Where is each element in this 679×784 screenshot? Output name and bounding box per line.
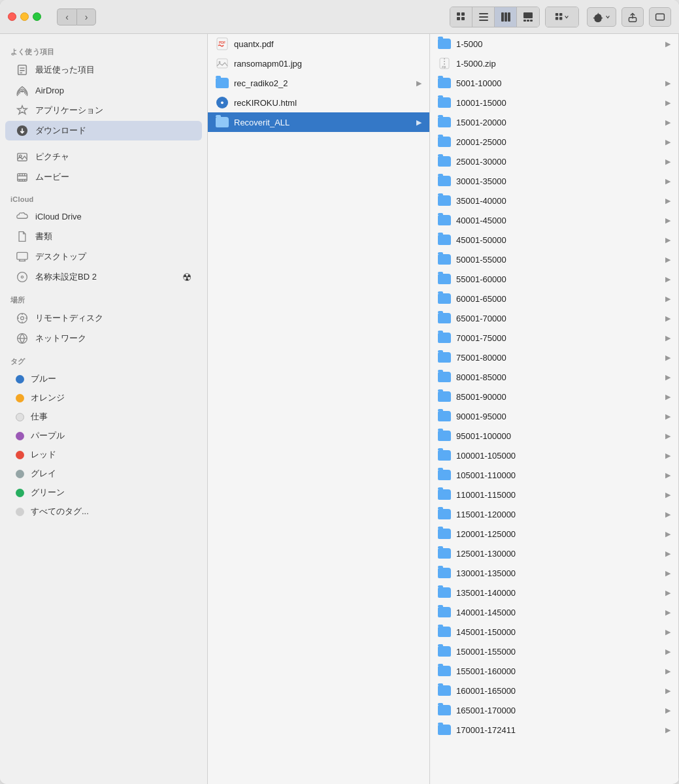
svg-text:zip: zip xyxy=(442,65,446,69)
chevron-right-icon: ▶ xyxy=(665,157,671,166)
list-item[interactable]: 125001-130000▶ xyxy=(430,544,678,563)
list-item[interactable]: 50001-55000▶ xyxy=(430,250,678,269)
list-item[interactable]: 45001-50000▶ xyxy=(430,230,678,250)
list-item[interactable]: 105001-110000▶ xyxy=(430,465,678,485)
group-button[interactable] xyxy=(546,7,578,27)
svg-rect-7 xyxy=(501,12,504,22)
folder-name: 155001-160000 xyxy=(456,666,660,676)
list-item[interactable]: Recoverit_ALL▶ xyxy=(208,112,429,132)
list-item[interactable]: 15001-20000▶ xyxy=(430,112,678,132)
sidebar-item-applications[interactable]: アプリケーション xyxy=(5,101,202,120)
sidebar-item-airdrop[interactable]: AirDrop xyxy=(5,80,202,100)
list-item[interactable]: 55001-60000▶ xyxy=(430,269,678,289)
list-item[interactable]: 1-5000▶ xyxy=(430,34,678,54)
sidebar-item-tag-blue[interactable]: ブルー xyxy=(5,370,202,388)
list-item[interactable]: 80001-85000▶ xyxy=(430,367,678,387)
view-column-button[interactable] xyxy=(495,7,517,27)
sidebar-item-tag-orange[interactable]: オレンジ xyxy=(5,389,202,407)
folder-icon xyxy=(438,704,451,717)
close-button[interactable] xyxy=(8,12,16,21)
folder-icon xyxy=(438,468,451,482)
folder-icon xyxy=(438,194,451,207)
sidebar-item-tag-green[interactable]: グリーン xyxy=(5,483,202,502)
list-item[interactable]: 10001-15000▶ xyxy=(430,93,678,112)
list-item[interactable]: 60001-65000▶ xyxy=(430,289,678,308)
tag-label-red: レッド xyxy=(31,449,56,461)
folder-name: 65001-70000 xyxy=(456,314,660,323)
list-item[interactable]: 120001-125000▶ xyxy=(430,524,678,544)
list-item[interactable]: ●recKIROKU.html xyxy=(208,93,429,112)
sidebar-item-tag-all[interactable]: すべてのタグ... xyxy=(5,502,202,521)
finder-window: ‹ › xyxy=(0,0,679,784)
svg-rect-37 xyxy=(17,252,27,259)
list-item[interactable]: 30001-35000▶ xyxy=(430,171,678,191)
list-item[interactable]: 40001-45000▶ xyxy=(430,210,678,230)
sidebar-item-tag-gray[interactable]: グレイ xyxy=(5,465,202,483)
list-item[interactable]: 155001-160000▶ xyxy=(430,661,678,681)
sidebar-item-bd[interactable]: 名称未設定BD 2 ☢ xyxy=(5,267,202,287)
list-item[interactable]: 135001-140000▶ xyxy=(430,583,678,602)
list-item[interactable]: zip 1-5000.zip xyxy=(430,54,678,73)
sidebar: よく使う項目 最近使った項目 xyxy=(0,34,208,784)
list-item[interactable]: 70001-75000▶ xyxy=(430,328,678,348)
sidebar-item-remote[interactable]: リモートディスク xyxy=(5,308,202,328)
list-item[interactable]: 140001-145000▶ xyxy=(430,602,678,622)
list-item[interactable]: 160001-165000▶ xyxy=(430,681,678,700)
sidebar-item-movies[interactable]: ムービー xyxy=(5,167,202,187)
list-item[interactable]: 95001-100000▶ xyxy=(430,426,678,446)
chevron-right-icon: ▶ xyxy=(665,687,671,695)
sidebar-item-network[interactable]: ネットワーク xyxy=(5,329,202,348)
forward-button[interactable]: › xyxy=(76,8,96,25)
list-item[interactable]: ransomapm01.jpg xyxy=(208,54,429,73)
sidebar-item-tag-red[interactable]: レッド xyxy=(5,446,202,464)
remote-label: リモートディスク xyxy=(35,312,103,324)
list-item[interactable]: 35001-40000▶ xyxy=(430,191,678,210)
view-icon-button[interactable] xyxy=(450,7,472,27)
folder-name: 80001-85000 xyxy=(456,372,660,382)
list-item[interactable]: 5001-10000▶ xyxy=(430,73,678,93)
list-item[interactable]: 145001-150000▶ xyxy=(430,622,678,642)
list-item[interactable]: 75001-80000▶ xyxy=(430,348,678,367)
list-item[interactable]: 150001-155000▶ xyxy=(430,642,678,661)
svg-rect-12 xyxy=(527,20,529,22)
list-item[interactable]: 115001-120000▶ xyxy=(430,504,678,524)
chevron-right-icon: ▶ xyxy=(665,706,671,715)
share-button[interactable] xyxy=(621,7,644,27)
sidebar-item-downloads[interactable]: ダウンロード xyxy=(5,121,202,140)
tag-label-blue: ブルー xyxy=(31,373,56,385)
list-item[interactable]: 100001-105000▶ xyxy=(430,446,678,465)
view-list-button[interactable] xyxy=(472,7,495,27)
back-button[interactable]: ‹ xyxy=(57,8,76,25)
settings-button[interactable] xyxy=(587,7,616,27)
list-item[interactable]: 130001-135000▶ xyxy=(430,563,678,583)
desktop-icon xyxy=(16,250,29,263)
list-item[interactable]: 65001-70000▶ xyxy=(430,308,678,328)
minimize-button[interactable] xyxy=(20,12,29,21)
sidebar-item-pictures[interactable]: ピクチャ xyxy=(5,147,202,167)
list-item[interactable]: 25001-30000▶ xyxy=(430,152,678,171)
chevron-right-icon: ▶ xyxy=(665,491,671,499)
network-label: ネットワーク xyxy=(35,333,86,344)
sidebar-item-desktop[interactable]: デスクトップ xyxy=(5,247,202,267)
sidebar-item-icloud-drive[interactable]: iCloud Drive xyxy=(5,206,202,226)
sidebar-item-tag-purple[interactable]: パープル xyxy=(5,427,202,445)
folder-icon xyxy=(438,488,451,501)
list-item[interactable]: 110001-115000▶ xyxy=(430,485,678,504)
folder-icon xyxy=(438,645,451,658)
tag-button[interactable] xyxy=(649,7,671,27)
nav-buttons: ‹ › xyxy=(57,8,96,25)
view-gallery-button[interactable] xyxy=(517,7,539,27)
list-item[interactable]: rec_radiko2_2▶ xyxy=(208,73,429,93)
list-item[interactable]: 165001-170000▶ xyxy=(430,700,678,720)
maximize-button[interactable] xyxy=(33,12,41,21)
list-item[interactable]: 20001-25000▶ xyxy=(430,132,678,152)
list-item[interactable]: 85001-90000▶ xyxy=(430,387,678,406)
list-item[interactable]: PDF quantx.pdf xyxy=(208,34,429,54)
list-item[interactable]: 170001-172411▶ xyxy=(430,720,678,740)
list-item[interactable]: 90001-95000▶ xyxy=(430,406,678,426)
sidebar-item-tag-work[interactable]: 仕事 xyxy=(5,408,202,426)
sidebar-item-documents[interactable]: 書類 xyxy=(5,227,202,246)
sidebar-item-recent[interactable]: 最近使った項目 xyxy=(5,60,202,80)
recent-icon xyxy=(16,63,29,76)
file-icon-folder xyxy=(216,116,229,129)
